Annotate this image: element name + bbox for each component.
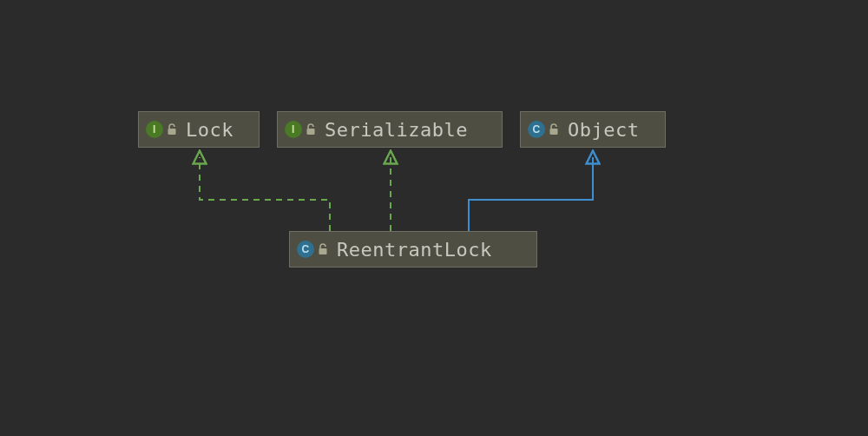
edge-reentrantlock-object [469, 157, 593, 231]
lock-icon [167, 123, 177, 135]
interface-icon: I [146, 121, 163, 138]
node-label: ReentrantLock [337, 239, 492, 261]
svg-rect-0 [168, 129, 176, 135]
node-label: Lock [186, 119, 233, 141]
node-label: Serializable [325, 119, 468, 141]
lock-icon [549, 123, 559, 135]
node-label: Object [568, 119, 639, 141]
node-lock[interactable]: I Lock [138, 111, 260, 148]
svg-rect-2 [550, 129, 558, 135]
node-serializable[interactable]: I Serializable [277, 111, 503, 148]
lock-icon [318, 243, 328, 255]
class-icon: C [528, 121, 545, 138]
lock-icon [306, 123, 316, 135]
svg-rect-1 [307, 129, 315, 135]
node-reentrantlock[interactable]: C ReentrantLock [289, 231, 537, 268]
class-icon: C [297, 241, 314, 258]
interface-icon: I [285, 121, 302, 138]
diagram-canvas: I Lock I Serializable C Object [0, 0, 868, 436]
node-object[interactable]: C Object [520, 111, 666, 148]
edge-reentrantlock-lock [200, 157, 330, 231]
connector-layer [0, 0, 868, 436]
svg-rect-3 [319, 248, 327, 254]
